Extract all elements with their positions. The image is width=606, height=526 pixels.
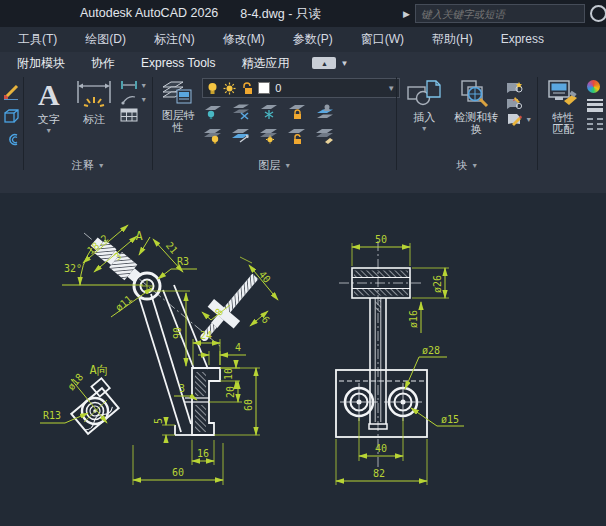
- block-attribute-edit-button[interactable]: ▼: [506, 112, 532, 126]
- layer-paint-button[interactable]: [314, 125, 336, 145]
- layer-color-swatch: [258, 82, 270, 94]
- block-edit-button[interactable]: [506, 96, 532, 109]
- search-expand-icon[interactable]: ▶: [403, 9, 410, 19]
- dim-label-6: 6: [260, 314, 272, 326]
- layer-unlock-icon: [241, 82, 253, 95]
- ribbon-collapse-button[interactable]: ▲: [312, 57, 336, 69]
- layer-lock-button[interactable]: [286, 101, 308, 121]
- cad-drawing: A 21 18.2 3 32° ø11 R3 90 40 6 8 24: [0, 193, 606, 526]
- layer-match-button[interactable]: [230, 125, 252, 145]
- 3d-box-icon[interactable]: [3, 109, 20, 124]
- text-button[interactable]: A 文字 ▼: [29, 78, 68, 157]
- layer-isolate-button[interactable]: [202, 101, 224, 121]
- insert-block-label: 插入: [413, 111, 435, 123]
- menu-parametric[interactable]: 参数(P): [279, 27, 347, 52]
- dim-label-60-side: 60: [243, 399, 254, 411]
- menu-bar: 工具(T) 绘图(D) 标注(N) 修改(M) 参数(P) 窗口(W) 帮助(H…: [0, 27, 606, 52]
- detect-convert-label: 检测和转换: [453, 111, 499, 135]
- layer-tools-grid: [202, 101, 400, 145]
- menu-window[interactable]: 窗口(W): [347, 27, 418, 52]
- block-create-button[interactable]: [506, 80, 532, 93]
- table-button[interactable]: [120, 108, 147, 122]
- layer-on-bulb-icon: [207, 82, 218, 95]
- panel-block: 插入 ▼ 检测和转换: [397, 74, 537, 173]
- linear-dimension-button[interactable]: ▼: [120, 80, 147, 90]
- left-view-geometry: [66, 233, 268, 435]
- menu-tools[interactable]: 工具(T): [4, 27, 71, 52]
- layer-combo-caret-icon[interactable]: ▼: [387, 84, 395, 93]
- right-view-geometry: [336, 241, 427, 471]
- leader-icon: [120, 93, 138, 105]
- menu-express[interactable]: Express: [487, 27, 558, 52]
- search-input[interactable]: [415, 4, 585, 23]
- menu-draw[interactable]: 绘图(D): [71, 27, 140, 52]
- dimension-button[interactable]: 标注: [72, 78, 116, 157]
- window-title: Autodesk AutoCAD 2026 8-4.dwg - 只读: [80, 6, 321, 23]
- dim-label-dia15: ø15: [441, 414, 459, 425]
- dim-label-40-plate: 40: [257, 269, 273, 285]
- dim-label-r3: R3: [177, 256, 189, 267]
- tab-featured-apps[interactable]: 精选应用: [228, 55, 302, 72]
- text-a-icon: A: [38, 79, 60, 111]
- linetype-icon[interactable]: [587, 118, 603, 130]
- text-flyout-caret-icon[interactable]: ▼: [45, 127, 52, 134]
- panel-label-layers[interactable]: 图层▼: [153, 157, 396, 173]
- help-circle-icon[interactable]: [590, 5, 606, 22]
- dim-label-10: 10: [223, 368, 234, 380]
- menu-dimension[interactable]: 标注(N): [140, 27, 209, 52]
- layer-properties-label: 图层特性: [161, 109, 195, 133]
- title-bar: Autodesk AutoCAD 2026 8-4.dwg - 只读 ▶: [0, 0, 606, 27]
- detect-convert-icon: [459, 79, 493, 109]
- detect-convert-button[interactable]: 检测和转换: [450, 78, 502, 157]
- dim-label-dia28: ø28: [422, 345, 440, 356]
- drawing-canvas[interactable]: A 21 18.2 3 32° ø11 R3 90 40 6 8 24: [0, 193, 606, 526]
- dim-label-angle: 32°: [64, 263, 82, 274]
- layer-thaw-all-button[interactable]: [258, 125, 280, 145]
- menu-modify[interactable]: 修改(M): [209, 27, 279, 52]
- panel-label-annotate[interactable]: 注释▼: [24, 157, 152, 173]
- left-view-dimensions: A 21 18.2 3 32° ø11 R3 90 40 6 8 24: [40, 225, 278, 485]
- dim-label-dia26: ø26: [432, 275, 443, 293]
- table-icon: [120, 108, 138, 122]
- tab-addins[interactable]: 附加模块: [4, 55, 78, 72]
- panel-properties: 特性匹配: [538, 74, 606, 173]
- spring-curve-icon[interactable]: [4, 133, 19, 146]
- menu-help[interactable]: 帮助(H): [418, 27, 487, 52]
- layer-freeze-button[interactable]: [258, 101, 280, 121]
- sketch-pencil-icon[interactable]: [3, 83, 20, 100]
- match-properties-label: 特性匹配: [548, 111, 578, 135]
- dim-label-4: 4: [235, 342, 241, 353]
- layer-thaw-sun-icon: [223, 82, 236, 95]
- layer-unisolate-button[interactable]: [230, 101, 252, 121]
- panel-layers: 图层特性: [153, 74, 396, 173]
- dim-label-dia11: ø11: [113, 293, 134, 313]
- insert-block-icon: [406, 79, 442, 109]
- layer-select-combo[interactable]: 0 ▼: [202, 78, 400, 98]
- dim-label-r13: R13: [43, 410, 61, 421]
- ribbon-collapse-caret-icon[interactable]: ▼: [340, 59, 348, 68]
- dim-label-20: 20: [225, 386, 236, 398]
- insert-flyout-caret-icon[interactable]: ▼: [421, 125, 428, 132]
- layer-properties-button[interactable]: 图层特性: [158, 78, 198, 157]
- dim-label-3-side: 3: [179, 383, 185, 394]
- current-layer-name: 0: [275, 82, 281, 94]
- ribbon: A 文字 ▼ 标注: [0, 74, 606, 193]
- dim-label-dia18: ø18: [65, 371, 85, 392]
- layer-properties-icon: [161, 79, 195, 107]
- leader-button[interactable]: ▼: [120, 93, 147, 105]
- dim-label-90: 90: [172, 327, 183, 339]
- panel-label-block[interactable]: 块▼: [397, 157, 537, 173]
- layer-make-current-button[interactable]: [314, 101, 336, 121]
- object-color-wheel-icon[interactable]: [587, 80, 600, 93]
- tab-collaborate[interactable]: 协作: [78, 55, 128, 72]
- linear-dimension-icon: [120, 80, 138, 90]
- lineweight-icon[interactable]: [587, 99, 603, 112]
- match-properties-button[interactable]: 特性匹配: [543, 78, 583, 173]
- dimension-icon: [75, 79, 113, 111]
- dim-label-dia16: ø16: [408, 310, 419, 328]
- tab-express-tools[interactable]: Express Tools: [128, 56, 228, 70]
- layer-off-button[interactable]: [202, 125, 224, 145]
- layer-unlock-all-button[interactable]: [286, 125, 308, 145]
- insert-block-button[interactable]: 插入 ▼: [402, 78, 446, 157]
- dim-label-16: 16: [197, 448, 209, 459]
